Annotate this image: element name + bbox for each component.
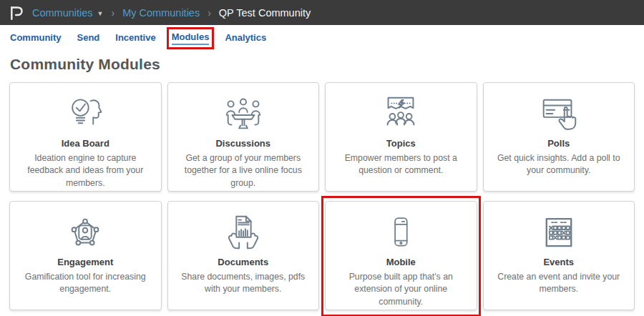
tab-community[interactable]: Community	[10, 31, 62, 44]
tab-incentive[interactable]: Incentive	[115, 31, 155, 44]
module-description: Ideation engine to capture feedback and …	[10, 152, 161, 189]
module-description: Create an event and invite your members.	[484, 271, 635, 296]
polls-icon	[537, 93, 581, 136]
module-card-documents[interactable]: DocumentsShare documents, images, pdfs w…	[167, 201, 320, 310]
page-title: Community Modules	[10, 56, 634, 73]
module-description: Get quick insights. Add a poll to your c…	[484, 152, 635, 177]
module-description: Purpose built app that's an extension of…	[326, 271, 477, 308]
questionpro-logo-icon[interactable]	[9, 4, 24, 21]
communities-menu-label: Communities	[32, 7, 93, 19]
module-title: Topics	[386, 138, 416, 149]
engagement-icon	[63, 212, 107, 255]
module-card-events[interactable]: EventsCreate an event and invite your me…	[483, 201, 635, 310]
mobile-icon	[381, 212, 421, 255]
module-title: Events	[543, 257, 574, 267]
tab-label: Incentive	[115, 32, 155, 44]
module-description: Gamification tool for increasing engagem…	[10, 271, 161, 296]
idea-board-icon	[64, 93, 107, 136]
module-title: Mobile	[386, 257, 416, 267]
modules-grid: Idea BoardIdeation engine to capture fee…	[0, 82, 644, 310]
module-description: Share documents, images, pdfs with your …	[168, 271, 319, 296]
module-card-topics[interactable]: TopicsEmpower members to post a question…	[325, 82, 477, 192]
module-card-engagement[interactable]: EngagementGamification tool for increasi…	[9, 201, 162, 310]
module-card-mobile[interactable]: MobilePurpose built app that's an extens…	[325, 201, 477, 310]
topics-icon	[379, 93, 423, 136]
breadcrumb-current-community: QP Test Community	[219, 7, 311, 19]
module-card-idea-board[interactable]: Idea BoardIdeation engine to capture fee…	[9, 82, 162, 192]
module-title: Engagement	[57, 257, 113, 267]
module-title: Polls	[547, 138, 570, 149]
discussions-icon	[221, 93, 265, 136]
events-icon	[538, 212, 580, 255]
communities-menu[interactable]: Communities ▼	[32, 7, 104, 19]
breadcrumb-separator: ›	[205, 7, 213, 19]
tab-send[interactable]: Send	[77, 31, 100, 44]
tab-label: Community	[10, 32, 62, 44]
tab-analytics[interactable]: Analytics	[225, 31, 266, 44]
topbar: Communities ▼ › My Communities › QP Test…	[0, 0, 644, 25]
tab-label: Modules	[172, 31, 210, 45]
chevron-down-icon: ▼	[97, 10, 104, 17]
module-title: Documents	[218, 257, 268, 267]
module-title: Idea Board	[62, 138, 109, 149]
nav-tabs: CommunitySendIncentiveModulesAnalytics	[0, 25, 644, 48]
documents-icon	[221, 212, 265, 255]
module-description: Empower members to post a question or co…	[326, 152, 477, 177]
module-title: Discussions	[215, 138, 270, 149]
tab-label: Send	[77, 32, 100, 44]
module-card-polls[interactable]: PollsGet quick insights. Add a poll to y…	[483, 82, 635, 192]
module-card-discussions[interactable]: DiscussionsGet a group of your members t…	[167, 82, 320, 192]
breadcrumb-my-communities[interactable]: My Communities	[122, 7, 200, 19]
tab-label: Analytics	[225, 32, 266, 44]
module-description: Get a group of your members together for…	[168, 152, 319, 189]
breadcrumb-separator: ›	[109, 7, 117, 19]
tab-modules[interactable]: Modules	[172, 30, 210, 45]
